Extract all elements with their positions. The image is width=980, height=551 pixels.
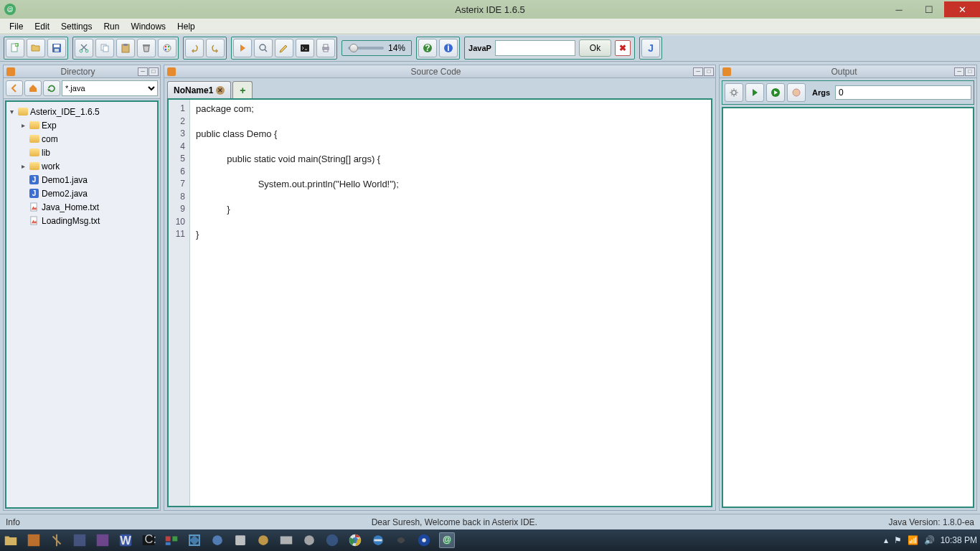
tree-folder[interactable]: work — [42, 161, 60, 171]
tree-root[interactable]: Asterix_IDE_1.6.5 — [30, 107, 100, 117]
taskbar-app-icon[interactable] — [232, 532, 248, 548]
out-run-button[interactable] — [745, 83, 764, 102]
taskbar-app-icon[interactable] — [416, 532, 432, 548]
panel-max-button[interactable]: □ — [965, 67, 975, 76]
open-file-button[interactable] — [27, 39, 45, 57]
panel-icon — [6, 67, 15, 76]
zoom-slider[interactable]: 14% — [341, 40, 412, 56]
new-tab-button[interactable]: + — [232, 81, 253, 98]
taskbar-app-icon[interactable] — [393, 532, 409, 548]
taskbar-app-icon[interactable] — [26, 532, 42, 548]
run-button[interactable] — [233, 39, 252, 57]
maximize-button[interactable]: ☐ — [914, 1, 944, 17]
window-title: Asterix IDE 1.6.5 — [455, 4, 525, 15]
menu-settings[interactable]: Settings — [56, 20, 97, 33]
svg-point-43 — [258, 535, 268, 545]
cut-button[interactable] — [75, 39, 93, 57]
panel-min-button[interactable]: ─ — [693, 67, 703, 76]
redo-button[interactable] — [206, 39, 225, 57]
taskbar-app-icon[interactable] — [278, 532, 294, 548]
tray-network-icon[interactable]: 📶 — [908, 535, 918, 545]
taskbar-app-icon[interactable] — [255, 532, 271, 548]
taskbar-word-icon[interactable]: W — [118, 532, 133, 548]
taskbar-ie-icon[interactable] — [370, 532, 386, 548]
help-button[interactable]: ? — [418, 39, 437, 57]
tree-folder[interactable]: com — [42, 134, 58, 144]
svg-rect-40 — [166, 542, 171, 545]
copy-button[interactable] — [95, 39, 114, 57]
save-button[interactable] — [47, 39, 66, 57]
tray-clock[interactable]: 10:38 PM — [941, 535, 977, 545]
javap-input[interactable] — [495, 40, 575, 56]
taskbar-chrome-icon[interactable] — [347, 532, 363, 548]
delete-button[interactable] — [137, 39, 156, 57]
code-editor[interactable]: 1234567891011 package com; public class … — [167, 98, 712, 507]
menu-edit[interactable]: Edit — [29, 20, 55, 33]
color-picker-button[interactable] — [158, 39, 176, 57]
info-button[interactable]: i — [439, 39, 458, 57]
tab-close-icon[interactable]: ✕ — [216, 86, 225, 95]
menu-file[interactable]: File — [4, 20, 28, 33]
edit-button[interactable] — [275, 39, 293, 57]
search-button[interactable] — [254, 39, 273, 57]
menu-run[interactable]: Run — [98, 20, 124, 33]
terminal-button[interactable] — [296, 39, 314, 57]
tree-text-file[interactable]: Java_Home.txt — [42, 202, 99, 212]
editor-tab[interactable]: NoName1✕ — [167, 81, 231, 98]
tray-up-icon[interactable]: ▴ — [884, 535, 888, 545]
code-area[interactable]: package com; public class Demo { public … — [190, 100, 711, 506]
panel-min-button[interactable]: ─ — [138, 67, 148, 76]
args-input[interactable] — [835, 85, 971, 100]
dir-filter-select[interactable]: *.java — [62, 80, 158, 96]
directory-tree[interactable]: ▾Asterix_IDE_1.6.5 ▸Exp com lib ▸work JD… — [5, 100, 159, 509]
tray-flag-icon[interactable]: ⚑ — [894, 535, 902, 545]
taskbar-app-icon[interactable] — [95, 532, 110, 548]
panel-icon — [722, 67, 731, 76]
paste-button[interactable] — [116, 39, 135, 57]
svg-rect-44 — [281, 537, 293, 545]
panel-max-button[interactable]: □ — [704, 67, 714, 76]
status-bar: Info Dear Suresh, Welcome back in Asteri… — [0, 514, 980, 529]
taskbar-app-icon[interactable] — [72, 532, 88, 548]
javap-clear-button[interactable]: ✖ — [615, 40, 631, 56]
undo-button[interactable] — [185, 39, 204, 57]
dir-refresh-button[interactable] — [43, 80, 60, 96]
menu-help[interactable]: Help — [172, 20, 200, 33]
taskbar-app-icon[interactable] — [209, 532, 225, 548]
system-tray[interactable]: ▴ ⚑ 📶 🔊 10:38 PM — [884, 535, 977, 545]
new-file-button[interactable] — [6, 39, 24, 57]
svg-point-16 — [168, 49, 169, 50]
tree-java-file[interactable]: Demo2.java — [42, 189, 88, 199]
taskbar-app-icon[interactable] — [324, 532, 340, 548]
tree-folder[interactable]: Exp — [42, 121, 57, 131]
out-stop-button[interactable] — [787, 83, 806, 102]
os-taskbar[interactable]: W C:\ @ ▴ ⚑ 📶 🔊 10:38 PM — [0, 529, 980, 551]
out-settings-button[interactable] — [725, 83, 743, 102]
taskbar-app-icon[interactable] — [164, 532, 179, 548]
svg-point-15 — [165, 49, 166, 50]
svg-point-17 — [260, 44, 265, 50]
panel-min-button[interactable]: ─ — [954, 67, 964, 76]
taskbar-app-icon[interactable] — [187, 532, 202, 548]
taskbar-explorer-icon[interactable] — [3, 532, 19, 548]
output-area[interactable] — [722, 107, 974, 508]
taskbar-app-icon[interactable] — [49, 532, 65, 548]
tray-volume-icon[interactable]: 🔊 — [924, 535, 935, 545]
taskbar-asterix-icon[interactable]: @ — [439, 532, 455, 548]
tree-text-file[interactable]: LoadingMsg.txt — [42, 216, 100, 226]
close-button[interactable]: ✕ — [944, 1, 980, 17]
tree-folder[interactable]: lib — [42, 148, 50, 158]
javap-ok-button[interactable]: Ok — [579, 39, 611, 57]
java-button[interactable]: J — [641, 39, 660, 57]
panel-max-button[interactable]: □ — [149, 67, 159, 76]
out-run-all-button[interactable] — [766, 83, 785, 102]
taskbar-app-icon[interactable] — [301, 532, 317, 548]
dir-back-button[interactable] — [6, 80, 23, 96]
menu-windows[interactable]: Windows — [126, 20, 171, 33]
taskbar-cmd-icon[interactable]: C:\ — [141, 532, 156, 548]
minimize-button[interactable]: ─ — [884, 1, 914, 17]
tree-java-file[interactable]: Demo1.java — [42, 175, 88, 185]
dir-home-button[interactable] — [24, 80, 42, 96]
menu-bar: File Edit Settings Run Windows Help — [0, 19, 980, 34]
print-button[interactable] — [316, 39, 335, 57]
